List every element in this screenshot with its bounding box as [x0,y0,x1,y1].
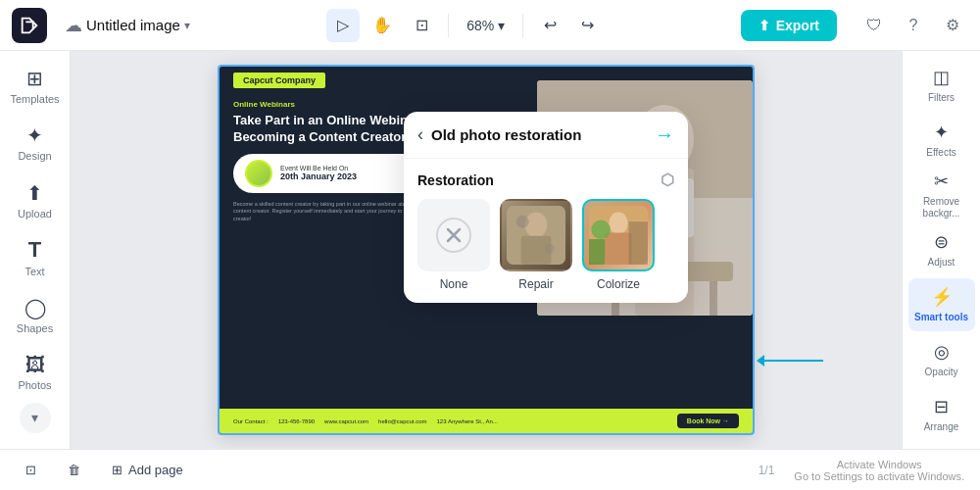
event-prefix: Event Will Be Held On [280,165,357,172]
export-button[interactable]: ⬆ Export [741,10,837,41]
arrange-icon: ⊟ [934,396,949,417]
smart-tools-icon: ⚡ [931,286,953,308]
event-avatar [245,160,272,187]
right-panel: ◫ Filters ✦ Effects ✂ Remove backgr... ⊜… [902,51,980,449]
company-badge: Capcut Company [233,73,325,88]
popup-panel: ‹ Old photo restoration → Restoration ⬡ [404,112,688,303]
settings-icon-button[interactable]: ⚙ [937,10,968,41]
adjust-icon: ⊜ [934,231,949,253]
sidebar-item-design[interactable]: ✦ Design [6,116,65,169]
svg-point-16 [609,212,627,234]
page-indicator: 1/1 [759,464,775,477]
add-page-label: Add page [128,463,183,477]
undo-button[interactable]: ↩ [533,9,566,42]
left-sidebar: ⊞ Templates ✦ Design ⬆ Upload T Text ◯ S… [0,51,71,449]
shapes-icon: ◯ [24,296,46,319]
sidebar-item-photos[interactable]: 🖼 Photos [6,345,65,398]
remove-bg-icon: ✂ [934,171,949,192]
restoration-repair-label: Repair [518,277,553,291]
templates-icon: ⊞ [26,67,43,90]
delete-page-button[interactable]: 🗑 [58,457,90,483]
event-date: 20th January 2023 [280,172,357,181]
restoration-none-thumb [417,199,490,271]
sidebar-collapse-button[interactable]: ▾ [20,403,51,433]
text-icon: T [28,237,41,263]
none-circle [436,218,471,253]
section-title: Restoration ⬡ [417,171,674,189]
book-now-button[interactable]: Book Now → [677,414,739,428]
contact-label: Our Contact : [233,418,269,424]
website: www.capcut.com [324,418,368,424]
popup-body: Restoration ⬡ None [404,159,688,303]
section-icon: ⬡ [661,171,674,189]
upload-icon: ⬆ [26,181,43,205]
design-footer: Our Contact : 123-456-7890 www.capcut.co… [220,409,753,433]
popup-arrow-icon: → [655,123,674,146]
export-icon: ⬆ [759,18,770,33]
arrow-head-icon [757,355,764,367]
restoration-none-label: None [440,277,468,291]
svg-rect-20 [629,221,648,265]
panel-adjust[interactable]: ⊜ Adjust [908,223,975,276]
restoration-colorize-card[interactable]: Colorize [582,199,655,291]
help-icon-button[interactable]: ? [898,10,929,41]
effects-icon: ✦ [934,122,949,143]
toolbar-center: ▷ ✋ ⊡ 68% ▾ ↩ ↪ [326,9,604,42]
svg-point-18 [591,220,610,239]
smart-tools-arrow [757,355,823,367]
address: 123 Anywhere St., An... [437,418,498,424]
arrow-line [764,360,823,362]
event-info: Event Will Be Held On 20th January 2023 [280,165,357,181]
restoration-repair-thumb [500,199,572,271]
filters-icon: ◫ [933,67,950,88]
copy-page-button[interactable]: ⊡ [16,457,46,483]
sidebar-item-templates[interactable]: ⊞ Templates [6,59,65,112]
add-page-icon: ⊞ [112,463,122,477]
svg-point-14 [545,244,555,254]
tagline: Online Webinars [233,100,535,109]
file-name-area[interactable]: ☁ Untitled image ▾ [65,15,190,36]
hand-tool-button[interactable]: ✋ [366,9,399,42]
panel-opacity[interactable]: ◎ Opacity [908,333,975,386]
restoration-repair-card[interactable]: Repair [500,199,572,291]
sidebar-item-upload[interactable]: ⬆ Upload [6,173,65,226]
sidebar-item-shapes[interactable]: ◯ Shapes [6,288,65,341]
panel-remove-bg[interactable]: ✂ Remove backgr... [908,169,975,221]
select-tool-button[interactable]: ▷ [326,9,360,42]
chevron-down-icon: ▾ [184,19,190,32]
activate-windows-text: Activate WindowsGo to Settings to activa… [794,459,964,482]
cloud-icon: ☁ [65,15,82,36]
topbar-right: 🛡 ? ⚙ [858,10,968,41]
zoom-control[interactable]: 68% ▾ [459,14,513,37]
canvas-area: Page 1 Capcut Company On [71,51,902,449]
restoration-colorize-thumb [582,199,655,271]
add-page-button[interactable]: ⊞ Add page [102,457,193,483]
svg-rect-17 [605,233,632,265]
toolbar-separator-2 [522,14,523,37]
popup-back-button[interactable]: ‹ [417,124,423,145]
shield-icon-button[interactable]: 🛡 [858,10,890,41]
frame-tool-button[interactable]: ⊡ [405,9,438,42]
email: hello@capcut.com [378,418,426,424]
panel-arrange[interactable]: ⊟ Arrange [908,388,975,441]
bottom-bar: ⊡ 🗑 ⊞ Add page 1/1 Activate WindowsGo to… [0,449,980,490]
restoration-none-card[interactable]: None [417,199,490,291]
undo-redo-group: ↩ ↪ [533,9,604,42]
zoom-value: 68% [466,18,494,33]
redo-button[interactable]: ↪ [570,9,604,42]
panel-filters[interactable]: ◫ Filters [908,59,975,112]
event-card: Event Will Be Held On 20th January 2023 [233,154,429,193]
file-name: Untitled image [86,17,180,33]
panel-effects[interactable]: ✦ Effects [908,114,975,167]
app-logo [12,8,47,43]
popup-header: ‹ Old photo restoration → [404,112,688,159]
sidebar-item-text[interactable]: T Text [6,230,65,283]
restoration-colorize-label: Colorize [597,277,640,291]
panel-smart-tools[interactable]: ⚡ Smart tools [908,278,975,331]
topbar: ☁ Untitled image ▾ ▷ ✋ ⊡ 68% ▾ ↩ ↪ ⬆ Exp… [0,0,980,51]
svg-point-11 [525,212,548,237]
trash-icon: 🗑 [68,463,80,477]
opacity-icon: ◎ [934,341,950,363]
restoration-grid: None Repair [417,199,674,291]
design-icon: ✦ [26,123,43,147]
